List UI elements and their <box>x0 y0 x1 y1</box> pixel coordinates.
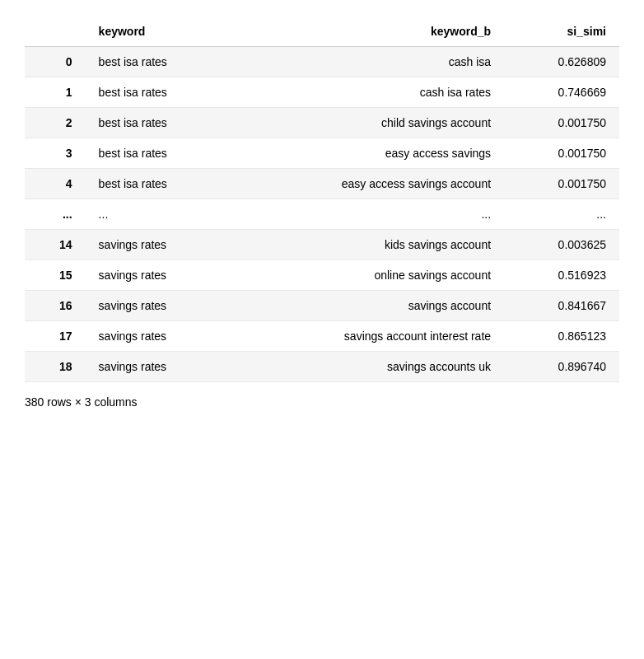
cell-keyword-b: easy access savings account <box>232 169 504 199</box>
data-table-container: keyword keyword_b si_simi 0best isa rate… <box>25 16 619 382</box>
table-row: 15savings ratesonline savings account0.5… <box>25 260 619 291</box>
cell-keyword-b: easy access savings <box>232 138 504 169</box>
cell-keyword: ... <box>86 199 232 230</box>
cell-index: 3 <box>25 138 86 169</box>
cell-index: 2 <box>25 108 86 138</box>
cell-si-simi: 0.001750 <box>504 138 619 169</box>
cell-keyword-b: savings account <box>232 291 504 321</box>
cell-si-simi: 0.003625 <box>504 230 619 260</box>
cell-keyword-b: cash isa rates <box>232 77 504 108</box>
table-row: 18savings ratessavings accounts uk0.8967… <box>25 352 619 382</box>
cell-si-simi: ... <box>504 199 619 230</box>
cell-keyword-b: ... <box>232 199 504 230</box>
cell-keyword-b: cash isa <box>232 47 504 77</box>
cell-keyword: best isa rates <box>86 108 232 138</box>
col-header-si-simi: si_simi <box>504 16 619 47</box>
table-footer: 380 rows × 3 columns <box>25 395 619 409</box>
table-row: 0best isa ratescash isa0.626809 <box>25 47 619 77</box>
cell-keyword-b: savings account interest rate <box>232 321 504 352</box>
cell-si-simi: 0.516923 <box>504 260 619 291</box>
cell-index: 0 <box>25 47 86 77</box>
cell-index: ... <box>25 199 86 230</box>
table-row: 17savings ratessavings account interest … <box>25 321 619 352</box>
cell-keyword-b: child savings account <box>232 108 504 138</box>
cell-index: 15 <box>25 260 86 291</box>
table-row: 14savings rateskids savings account0.003… <box>25 230 619 260</box>
cell-keyword-b: kids savings account <box>232 230 504 260</box>
cell-index: 14 <box>25 230 86 260</box>
table-header-row: keyword keyword_b si_simi <box>25 16 619 47</box>
cell-index: 4 <box>25 169 86 199</box>
cell-keyword: best isa rates <box>86 47 232 77</box>
cell-keyword: best isa rates <box>86 169 232 199</box>
table-body: 0best isa ratescash isa0.6268091best isa… <box>25 47 619 382</box>
cell-keyword-b: savings accounts uk <box>232 352 504 382</box>
cell-index: 1 <box>25 77 86 108</box>
table-row: 2best isa rateschild savings account0.00… <box>25 108 619 138</box>
table-row: ............ <box>25 199 619 230</box>
cell-index: 16 <box>25 291 86 321</box>
cell-si-simi: 0.001750 <box>504 108 619 138</box>
cell-keyword: best isa rates <box>86 77 232 108</box>
cell-keyword: savings rates <box>86 260 232 291</box>
cell-index: 17 <box>25 321 86 352</box>
cell-keyword: savings rates <box>86 352 232 382</box>
cell-keyword: best isa rates <box>86 138 232 169</box>
cell-si-simi: 0.841667 <box>504 291 619 321</box>
cell-keyword: savings rates <box>86 291 232 321</box>
cell-si-simi: 0.001750 <box>504 169 619 199</box>
table-row: 4best isa rateseasy access savings accou… <box>25 169 619 199</box>
table-row: 3best isa rateseasy access savings0.0017… <box>25 138 619 169</box>
cell-si-simi: 0.746669 <box>504 77 619 108</box>
data-table: keyword keyword_b si_simi 0best isa rate… <box>25 16 619 382</box>
cell-keyword-b: online savings account <box>232 260 504 291</box>
col-header-keyword: keyword <box>86 16 232 47</box>
col-header-keyword-b: keyword_b <box>232 16 504 47</box>
table-row: 1best isa ratescash isa rates0.746669 <box>25 77 619 108</box>
cell-keyword: savings rates <box>86 321 232 352</box>
table-row: 16savings ratessavings account0.841667 <box>25 291 619 321</box>
col-header-index <box>25 16 86 47</box>
cell-keyword: savings rates <box>86 230 232 260</box>
cell-si-simi: 0.896740 <box>504 352 619 382</box>
cell-si-simi: 0.626809 <box>504 47 619 77</box>
cell-index: 18 <box>25 352 86 382</box>
cell-si-simi: 0.865123 <box>504 321 619 352</box>
